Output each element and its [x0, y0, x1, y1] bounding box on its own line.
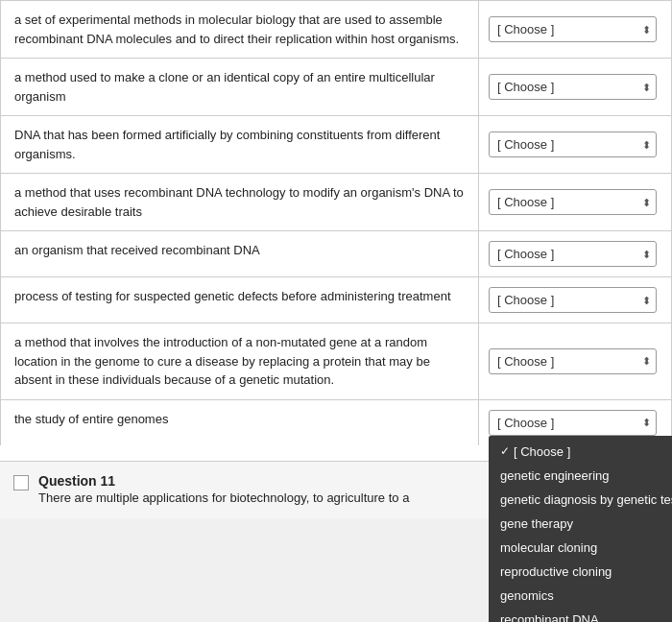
select-wrapper-7: [ Choose ] genetic engineering genetic d…	[489, 348, 657, 374]
question-text-2: a method used to make a clone or an iden…	[1, 59, 479, 115]
dropdown-item-genomics[interactable]: genomics	[489, 584, 672, 608]
table-row: DNA that has been formed artificially by…	[1, 116, 671, 174]
select-cell-7: [ Choose ] genetic engineering genetic d…	[479, 323, 671, 399]
select-wrapper-8: [ Choose ] genetic engineering genetic d…	[489, 410, 657, 436]
select-cell-3: [ Choose ] genetic engineering genetic d…	[479, 116, 671, 173]
main-container: a set of experimental methods in molecul…	[0, 0, 672, 518]
choose-select-5[interactable]: [ Choose ] genetic engineering genetic d…	[489, 241, 657, 267]
table-row: a method used to make a clone or an iden…	[1, 59, 671, 116]
select-wrapper-3: [ Choose ] genetic engineering genetic d…	[489, 132, 657, 157]
question-text-6: process of testing for suspected genetic…	[1, 277, 479, 323]
question-text-8: the study of entire genomes	[1, 400, 479, 445]
choose-select-2[interactable]: [ Choose ] genetic engineering genetic d…	[489, 74, 657, 100]
dropdown-menu-8: [ Choose ] genetic engineering genetic d…	[489, 436, 672, 623]
dropdown-item-recombinant-dna[interactable]: recombinant DNA	[489, 608, 672, 623]
question-11-checkbox[interactable]	[13, 475, 29, 490]
dropdown-item-molecular-cloning[interactable]: molecular cloning	[489, 536, 672, 560]
select-cell-6: [ Choose ] genetic engineering genetic d…	[479, 277, 671, 323]
choose-select-1[interactable]: [ Choose ] genetic engineering genetic d…	[489, 16, 657, 42]
matching-table: a set of experimental methods in molecul…	[0, 0, 672, 445]
dropdown-item-choose[interactable]: [ Choose ]	[489, 440, 672, 464]
select-cell-8: [ Choose ] genetic engineering genetic d…	[479, 400, 671, 445]
table-row: process of testing for suspected genetic…	[1, 277, 671, 323]
table-row: an organism that received recombinant DN…	[1, 231, 671, 277]
table-row: the study of entire genomes [ Choose ] g…	[1, 400, 671, 445]
dropdown-item-genetic-engineering[interactable]: genetic engineering	[489, 464, 672, 488]
question-text-1: a set of experimental methods in molecul…	[1, 1, 479, 58]
select-wrapper-2: [ Choose ] genetic engineering genetic d…	[489, 74, 657, 100]
select-wrapper-1: [ Choose ] genetic engineering genetic d…	[489, 16, 657, 42]
select-wrapper-6: [ Choose ] genetic engineering genetic d…	[489, 287, 657, 313]
dropdown-item-reproductive-cloning[interactable]: reproductive cloning	[489, 560, 672, 584]
dropdown-item-genetic-diagnosis[interactable]: genetic diagnosis by genetic testing	[489, 488, 672, 512]
select-wrapper-5: [ Choose ] genetic engineering genetic d…	[489, 241, 657, 267]
select-cell-2: [ Choose ] genetic engineering genetic d…	[479, 59, 671, 115]
question-text-4: a method that uses recombinant DNA techn…	[1, 174, 479, 230]
question-text-5: an organism that received recombinant DN…	[1, 231, 479, 276]
dropdown-item-gene-therapy[interactable]: gene therapy	[489, 512, 672, 536]
choose-select-4[interactable]: [ Choose ] genetic engineering genetic d…	[489, 189, 657, 215]
question-text-7: a method that involves the introduction …	[1, 323, 479, 399]
table-row: a set of experimental methods in molecul…	[1, 1, 671, 59]
select-cell-1: [ Choose ] genetic engineering genetic d…	[479, 1, 671, 58]
select-cell-5: [ Choose ] genetic engineering genetic d…	[479, 231, 671, 276]
choose-select-6[interactable]: [ Choose ] genetic engineering genetic d…	[489, 287, 657, 313]
select-wrapper-4: [ Choose ] genetic engineering genetic d…	[489, 189, 657, 215]
select-cell-4: [ Choose ] genetic engineering genetic d…	[479, 174, 671, 230]
choose-select-7[interactable]: [ Choose ] genetic engineering genetic d…	[489, 348, 657, 374]
choose-select-8[interactable]: [ Choose ] genetic engineering genetic d…	[489, 410, 657, 436]
question-text-3: DNA that has been formed artificially by…	[1, 116, 479, 173]
choose-select-3[interactable]: [ Choose ] genetic engineering genetic d…	[489, 132, 657, 157]
table-row: a method that uses recombinant DNA techn…	[1, 174, 671, 231]
table-row: a method that involves the introduction …	[1, 323, 671, 400]
